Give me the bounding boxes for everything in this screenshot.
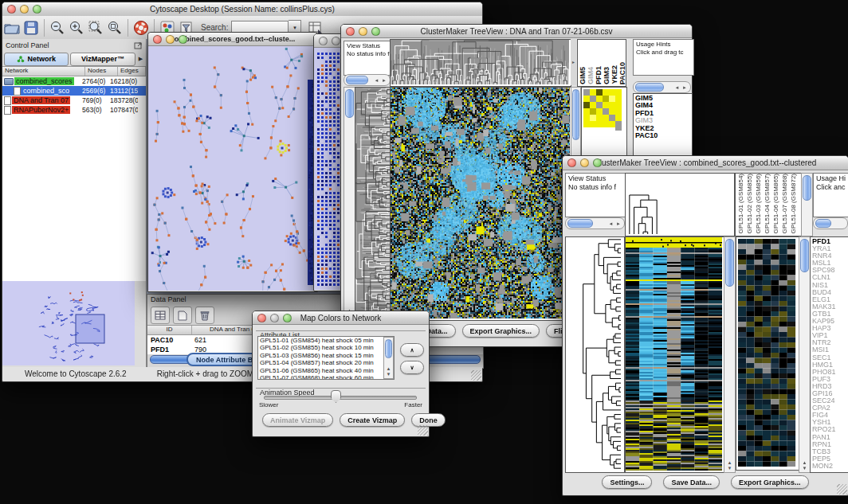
column-label[interactable]: GIM4 — [587, 67, 595, 84]
col-id[interactable]: ID — [147, 326, 192, 334]
hints-hscrollbar[interactable] — [813, 217, 848, 229]
close-button[interactable] — [7, 5, 16, 14]
network-list-row[interactable]: RNAPuberNov2+563(0)107847(0) — [2, 105, 146, 115]
treeview1-left-vscrollbar[interactable]: ▲▼ — [344, 87, 355, 321]
scroll-arrows-icon[interactable]: ▲▼ — [724, 460, 735, 472]
zoom-heatmap-canvas[interactable] — [736, 237, 797, 468]
network-overview-thumbnail[interactable] — [2, 281, 135, 365]
column-label[interactable]: GPL51-01 (GSM854) — [737, 174, 745, 234]
save-button[interactable] — [22, 18, 41, 37]
zoom-button[interactable] — [371, 27, 380, 36]
gene-label[interactable]: PAC10 — [635, 132, 690, 139]
view-status-hscrollbar[interactable]: ◄ ► — [565, 217, 625, 229]
global-heatmap-canvas[interactable] — [626, 237, 722, 471]
attribute-list-vscrollbar[interactable]: ▲▼ — [383, 337, 394, 379]
zoom-button[interactable] — [593, 158, 602, 167]
column-label[interactable]: PAC10 — [619, 62, 626, 84]
main-titlebar[interactable]: Cytoscape Desktop (Session Name: collins… — [2, 2, 482, 17]
col-edges[interactable]: Edges — [118, 67, 146, 76]
settings-button[interactable]: Settings... — [602, 475, 652, 489]
minimize-button[interactable] — [359, 27, 367, 36]
column-dendrogram-canvas[interactable] — [391, 40, 569, 84]
dialog-titlebar[interactable]: Map Colors to Network — [253, 311, 429, 325]
labels-vscrollbar[interactable] — [801, 173, 813, 236]
attribute-item[interactable]: GPL51-06 (GSM865) heat shock 40 min — [258, 367, 394, 374]
column-label[interactable]: GPL51-04 (GSM857) — [764, 174, 771, 234]
col-nodes[interactable]: Nodes — [85, 67, 118, 76]
network-list-row[interactable]: combined_sco2569(6)13112(15) — [2, 86, 146, 96]
zoom-button[interactable] — [283, 314, 292, 322]
treeview2-titlebar[interactable]: ClusterMaker TreeView : combined_scores_… — [563, 156, 848, 170]
zoom-matrix-canvas[interactable] — [583, 89, 622, 131]
network-view-titlebar[interactable]: combined_scores_good.txt--cluste... — [148, 33, 317, 46]
column-label[interactable]: GIM3 — [603, 67, 610, 84]
resize-grip[interactable] — [471, 370, 481, 381]
save-data-button[interactable]: Save Data... — [663, 475, 720, 489]
column-label[interactable]: GPL51-08 (GSM872) — [790, 174, 798, 234]
network-list-row[interactable]: DNA and Tran 07769(0)183728(0) — [2, 96, 146, 105]
minimize-button[interactable] — [166, 35, 175, 44]
close-button[interactable] — [319, 37, 328, 45]
attribute-item[interactable]: GPL51-01 (GSM854) heat shock 05 min — [258, 337, 394, 344]
attribute-item[interactable]: GPL51-02 (GSM855) heat shock 10 min — [258, 344, 394, 351]
close-button[interactable] — [153, 35, 162, 44]
attribute-item[interactable]: GPL51-07 (GSM868) heat shock 60 min — [258, 374, 394, 380]
done-button[interactable]: Done — [411, 413, 446, 427]
scroll-arrow-strip[interactable]: ► — [571, 39, 576, 85]
close-button[interactable] — [257, 314, 266, 322]
column-label[interactable]: YKE2 — [611, 65, 618, 84]
close-button[interactable] — [567, 158, 576, 167]
move-up-button[interactable]: ∧ — [400, 343, 424, 357]
create-vizmap-button[interactable]: Create Vizmap — [340, 413, 405, 427]
open-file-button[interactable] — [2, 18, 22, 37]
float-panel-icon[interactable] — [134, 41, 143, 49]
column-label[interactable]: GPL51-06 (GSM865) — [772, 174, 780, 234]
tab-vizmapper[interactable]: VizMapper™ — [70, 53, 135, 66]
scroll-arrows-icon[interactable]: ◄ ► — [674, 85, 688, 90]
close-button[interactable] — [346, 27, 355, 36]
network-graph-canvas[interactable] — [148, 46, 316, 291]
column-label[interactable]: GIM5 — [579, 67, 587, 84]
zoom-button[interactable] — [179, 35, 187, 44]
column-label[interactable]: PFD1 — [595, 66, 603, 84]
column-label[interactable]: GPL51-03 (GSM856) — [755, 174, 763, 234]
heatmap-vscrollbar[interactable]: ▲▼ — [724, 236, 736, 473]
scroll-arrows-icon[interactable]: ◄ ► — [608, 221, 622, 226]
column-label[interactable]: GPL51-07 (GSM868) — [781, 174, 789, 234]
new-attribute-button[interactable] — [173, 307, 192, 324]
export-graphics-button[interactable]: Export Graphics... — [731, 475, 809, 489]
resize-grip[interactable] — [837, 484, 847, 494]
labels-hscrollbar[interactable]: ◄ ► — [633, 81, 691, 93]
move-down-button[interactable]: ∨ — [400, 361, 424, 374]
network-list-row[interactable]: combined_scores2764(0)16218(0) — [2, 76, 146, 86]
attribute-item[interactable]: GPL51-03 (GSM856) heat shock 15 min — [258, 352, 394, 359]
column-dendrogram-canvas[interactable] — [626, 174, 732, 234]
row-dendrogram-canvas[interactable] — [355, 88, 390, 318]
column-label[interactable]: GPL51-02 (GSM855) — [746, 174, 754, 234]
zoom-button[interactable] — [33, 5, 41, 14]
select-attributes-button[interactable] — [151, 307, 170, 324]
zoom-fit-button[interactable] — [105, 18, 124, 37]
gene-label[interactable]: MON2 — [812, 463, 848, 470]
resize-grip[interactable] — [418, 425, 428, 436]
minimize-button[interactable] — [580, 158, 589, 167]
row-dendrogram-canvas[interactable] — [566, 237, 622, 471]
view-status-hscrollbar[interactable]: ◄ ► — [344, 74, 391, 86]
zoom-in-button[interactable] — [67, 18, 86, 37]
gene-list-vscrollbar[interactable]: ▲▼ — [799, 236, 811, 473]
scroll-arrows-icon[interactable]: ▲▼ — [799, 460, 810, 472]
treeview1-titlebar[interactable]: ClusterMaker TreeView : DNA and Tran 07-… — [341, 25, 692, 38]
global-heatmap-canvas[interactable] — [391, 88, 570, 318]
zoom-selected-button[interactable] — [86, 18, 105, 37]
minimize-button[interactable] — [332, 37, 340, 45]
tab-overflow-arrow[interactable]: ▶ — [137, 56, 144, 62]
scroll-arrows-icon[interactable]: ◄ ► — [374, 78, 387, 83]
col-network[interactable]: Network — [2, 67, 85, 76]
tab-network[interactable]: Network — [4, 53, 69, 66]
zoom-out-button[interactable] — [48, 18, 67, 37]
minimize-button[interactable] — [20, 5, 29, 14]
animate-vizmap-button[interactable]: Animate Vizmap — [262, 413, 333, 427]
export-graphics-button[interactable]: Export Graphics... — [462, 324, 540, 338]
delete-attribute-button[interactable] — [195, 307, 214, 324]
minimize-button[interactable] — [270, 314, 279, 322]
